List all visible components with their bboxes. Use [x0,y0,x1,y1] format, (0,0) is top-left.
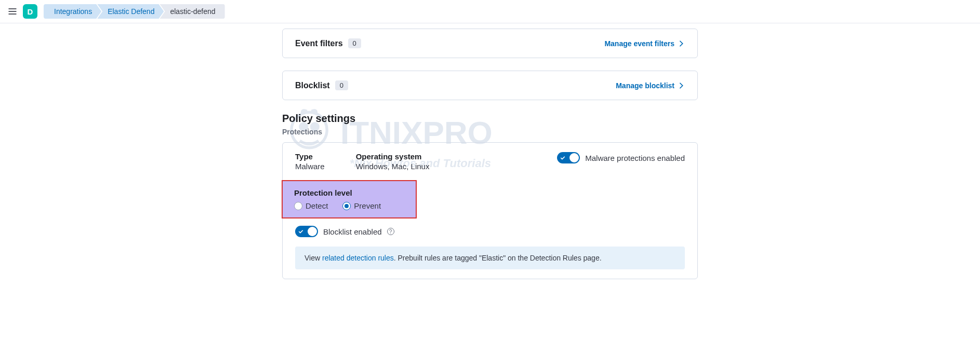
event-filters-count: 0 [348,38,361,48]
prevent-radio[interactable] [342,202,351,210]
protection-level-highlight: Protection level Detect Prevent [282,180,417,218]
malware-protections-toggle[interactable] [557,152,580,163]
space-selector[interactable]: D [23,4,37,19]
type-value: Malware [295,162,325,171]
prevent-radio-option[interactable]: Prevent [342,201,381,210]
detect-radio-option[interactable]: Detect [294,201,328,210]
hamburger-menu-icon[interactable] [6,5,19,18]
breadcrumb-current: elastic-defend [160,4,224,19]
callout-suffix: . Prebuilt rules are tagged "Elastic" on… [394,254,602,262]
event-filters-title: Event filters [295,39,343,48]
detect-radio[interactable] [294,202,302,210]
breadcrumb-elastic-defend[interactable]: Elastic Defend [97,4,164,19]
breadcrumb-integrations[interactable]: Integrations [44,4,101,19]
blocklist-enabled-toggle[interactable] [295,226,318,237]
type-row: Type Malware Operating system Windows, M… [283,143,697,180]
top-header: D Integrations Elastic Defend elastic-de… [0,0,980,23]
protections-subheading: Protections [282,128,698,136]
manage-blocklist-link[interactable]: Manage blocklist [616,81,685,90]
blocklist-panel: Blocklist 0 Manage blocklist [282,71,698,100]
protections-panel: Type Malware Operating system Windows, M… [282,142,698,279]
breadcrumb: Integrations Elastic Defend elastic-defe… [42,4,225,19]
chevron-right-icon [678,40,685,47]
protection-level-label: Protection level [294,188,404,197]
info-icon[interactable]: ? [387,228,394,235]
detect-label: Detect [306,201,328,210]
chevron-right-icon [678,82,685,89]
blocklist-count: 0 [335,80,348,90]
os-label: Operating system [356,152,430,161]
blocklist-enabled-row: Blocklist enabled ? [283,218,697,244]
callout-prefix: View [304,254,322,262]
detection-rules-callout: View related detection rules. Prebuilt r… [295,247,685,269]
manage-event-filters-label: Manage event filters [604,39,674,48]
related-detection-rules-link[interactable]: related detection rules [322,254,394,262]
blocklist-toggle-label: Blocklist enabled [323,227,382,236]
manage-event-filters-link[interactable]: Manage event filters [604,39,685,48]
prevent-label: Prevent [354,201,381,210]
type-label: Type [295,152,325,161]
malware-toggle-label: Malware protections enabled [585,154,685,162]
manage-blocklist-label: Manage blocklist [616,81,674,90]
os-value: Windows, Mac, Linux [356,162,430,171]
blocklist-title: Blocklist [295,81,330,90]
event-filters-panel: Event filters 0 Manage event filters [282,29,698,58]
policy-settings-heading: Policy settings [282,113,698,125]
check-icon [298,228,304,235]
main-content: Event filters 0 Manage event filters Blo… [282,23,698,279]
check-icon [560,155,566,161]
